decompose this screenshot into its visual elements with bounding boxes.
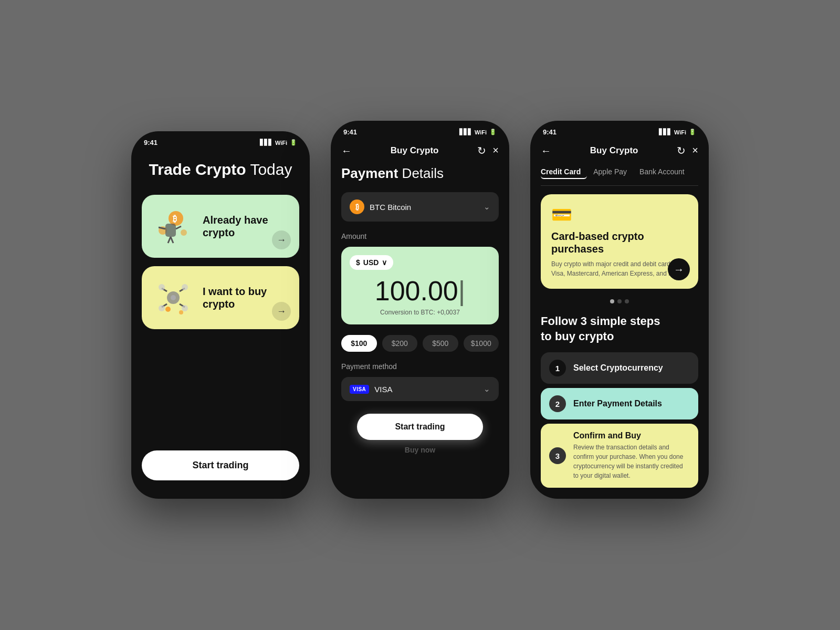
dot-1 [610,299,614,303]
status-bar-3: 9:41 ▋▋▋ WiFi 🔋 [530,121,709,139]
promo-card-title: Card-based crypto purchases [551,230,688,255]
nav-title-2: Buy Crypto [391,145,439,156]
battery-icon: 🔋 [290,139,297,146]
already-have-crypto-card[interactable]: ₿ Already have crypto → [142,195,299,258]
dot-2 [617,299,622,303]
payment-method-label: Payment method [341,362,499,371]
payment-method-selector[interactable]: VISA VISA ⌄ [341,377,499,401]
svg-point-15 [159,284,165,290]
wifi-icon: WiFi [275,140,287,146]
step-2-num: 2 [549,395,566,412]
step-1-text: Select Cryptocurrency [573,363,663,373]
payment-tabs: Credit Card Apple Pay Bank Account [541,165,698,186]
payment-method-text: VISA [374,385,392,394]
wifi-icon-2: WiFi [475,129,487,135]
svg-point-16 [182,284,188,290]
carousel-dots [541,299,698,303]
conversion-text: Conversion to BTC: +0,0037 [350,309,490,316]
start-trading-button-2[interactable]: Start trading [357,414,483,440]
svg-point-20 [179,310,183,314]
step-2: 2 Enter Payment Details [541,388,698,419]
phone-2: 9:41 ▋▋▋ WiFi 🔋 ← Buy Crypto ↻ × Payment… [331,121,509,499]
svg-point-18 [182,305,188,311]
time-3: 9:41 [543,128,556,136]
nav-bar-3: ← Buy Crypto ↻ × [541,139,698,165]
promo-card-desc: Buy crypto with major credit and debit c… [551,259,688,278]
battery-icon-2: 🔋 [489,129,497,135]
phone-3: 9:41 ▋▋▋ WiFi 🔋 ← Buy Crypto ↻ × Credit … [530,121,709,499]
svg-line-6 [171,237,173,243]
promo-arrow[interactable]: → [668,258,690,280]
nav-bar-2: ← Buy Crypto ↻ × [341,139,499,165]
quick-100[interactable]: $100 [341,335,377,352]
card2-arrow[interactable]: → [272,302,291,321]
card2-line1: I want to buy [203,285,289,298]
svg-point-10 [171,295,176,300]
step-1-num: 1 [549,360,566,376]
dot-3 [625,299,629,303]
visa-badge: VISA [350,385,369,394]
status-icons-1: ▋▋▋ WiFi 🔋 [260,139,297,146]
svg-line-8 [176,226,181,229]
back-button-3[interactable]: ← [541,145,551,157]
refresh-button-2[interactable]: ↻ [477,144,486,157]
time-1: 9:41 [144,139,158,146]
status-bar-1: 9:41 ▋▋▋ WiFi 🔋 [131,131,310,150]
crypto-label: BTC Bitcoin [370,203,411,212]
buy-now-hint[interactable]: Buy now [405,446,435,454]
card2-icon [152,277,194,319]
signal-icon-3: ▋▋▋ [659,129,671,135]
quick-1000[interactable]: $1000 [464,335,499,352]
hero-title: Trade Crypto Today [142,160,299,179]
step-3: 3 Confirm and Buy Review the transaction… [541,424,698,488]
screen-2: ← Buy Crypto ↻ × Payment Details ₿ BTC B… [331,139,509,491]
payment-chevron: ⌄ [484,384,490,394]
promo-card[interactable]: 💳 Card-based crypto purchases Buy crypto… [541,194,698,289]
close-button-3[interactable]: × [692,144,698,157]
step-2-text: Enter Payment Details [573,399,662,408]
svg-point-19 [165,307,171,312]
time-2: 9:41 [343,128,357,136]
close-button-2[interactable]: × [492,144,499,157]
currency-label: USD [363,258,379,267]
want-to-buy-card[interactable]: I want to buy crypto → [142,266,299,329]
quick-amounts: $100 $200 $500 $1000 [341,335,499,352]
crypto-chevron: ⌄ [484,202,490,212]
payment-details-title: Payment Details [341,165,499,182]
status-icons-3: ▋▋▋ WiFi 🔋 [659,129,696,135]
dollar-icon: $ [356,258,360,267]
card1-arrow[interactable]: → [272,230,291,249]
svg-point-17 [159,305,165,311]
amount-value: 100.00| [350,275,490,307]
nav-title-3: Buy Crypto [590,145,638,156]
crypto-selector[interactable]: ₿ BTC Bitcoin ⌄ [341,192,499,222]
quick-500[interactable]: $500 [423,335,458,352]
btc-icon: ₿ [350,200,364,214]
card1-line1: Already have [203,214,289,226]
tab-apple-pay[interactable]: Apple Pay [587,165,633,179]
refresh-button-3[interactable]: ↻ [677,144,686,157]
amount-box: $ USD ∨ 100.00| Conversion to BTC: +0,00… [341,247,499,324]
currency-selector[interactable]: $ USD ∨ [350,255,393,270]
signal-icon: ▋▋▋ [260,139,272,146]
phone-1: 9:41 ▋▋▋ WiFi 🔋 Trade Crypto Today ₿ [131,131,310,499]
svg-rect-4 [165,224,176,237]
start-trading-button-1[interactable]: Start trading [142,450,299,480]
tab-credit-card[interactable]: Credit Card [541,165,587,179]
quick-200[interactable]: $200 [382,335,418,352]
svg-point-3 [181,229,187,236]
steps-title: Follow 3 simple steps to buy crypto [541,314,698,344]
status-bar-2: 9:41 ▋▋▋ WiFi 🔋 [331,121,509,139]
back-button-2[interactable]: ← [341,145,352,157]
screen-1: Trade Crypto Today ₿ [131,150,310,491]
signal-icon-2: ▋▋▋ [459,129,472,135]
status-icons-2: ▋▋▋ WiFi 🔋 [459,129,497,135]
step-3-text: Confirm and Buy [573,431,690,440]
svg-text:₿: ₿ [173,214,177,223]
screen-3: ← Buy Crypto ↻ × Credit Card Apple Pay B… [530,139,709,491]
step-1: 1 Select Cryptocurrency [541,352,698,384]
battery-icon-3: 🔋 [689,129,696,135]
currency-chevron: ∨ [382,258,387,267]
tab-bank-account[interactable]: Bank Account [633,165,691,179]
step-3-num: 3 [549,447,566,464]
